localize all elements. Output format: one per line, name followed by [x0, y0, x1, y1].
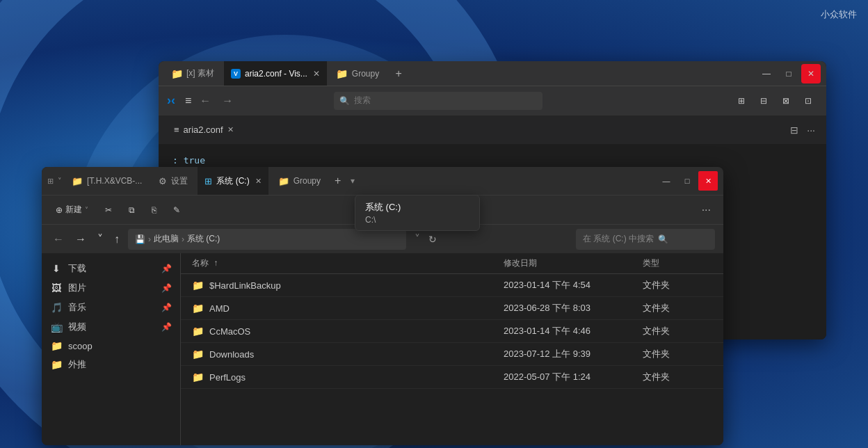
- nav-back-button[interactable]: ←: [197, 93, 214, 109]
- vscode-layout-2[interactable]: ⊟: [754, 91, 773, 111]
- nav-down-arrow[interactable]: ˅: [95, 231, 106, 247]
- vscode-tab-aria2-close[interactable]: ✕: [313, 69, 320, 79]
- split-editor-button[interactable]: ⊟: [787, 123, 801, 137]
- vscode-tab-groupy[interactable]: 📁 Groupy: [330, 61, 386, 86]
- exp-settings-icon: ⚙: [159, 176, 167, 186]
- vscode-maximize-button[interactable]: □: [779, 64, 798, 83]
- breadcrumb-computer[interactable]: 此电脑: [154, 233, 179, 245]
- exp-drive-icon: ⊞: [204, 176, 212, 186]
- vscode-layout-controls: ⊞ ⊟ ⊠ ⊡: [732, 91, 818, 111]
- file-row-amd[interactable]: 📁 AMD 2023-06-28 下午 8:03 文件夹: [181, 297, 723, 320]
- more-actions-button[interactable]: ···: [804, 123, 818, 137]
- explorer-search-bar[interactable]: 在 系统 (C:) 中搜索 🔍: [576, 229, 715, 250]
- explorer-window: ⊞ ˅ 📁 [T.H.X&VCB-... ⚙ 设置 ⊞ 系统 (C:) ✕ 📁 …: [42, 167, 723, 445]
- cut-button[interactable]: ✂: [99, 202, 118, 218]
- exp-close-button[interactable]: ✕: [698, 171, 718, 191]
- scoop-folder-icon: 📁: [50, 340, 63, 351]
- more-button[interactable]: ···: [698, 201, 715, 219]
- exp-tab-groupy-label: Groupy: [294, 176, 321, 186]
- vscode-icon: V: [231, 69, 241, 79]
- refresh-button[interactable]: ↻: [428, 234, 437, 245]
- folder-icon: 📁: [171, 68, 182, 79]
- breadcrumb-bar[interactable]: 💾 › 此电脑 › 系统 (C:): [128, 229, 406, 250]
- download-icon: ⬇: [50, 263, 63, 274]
- file-date-downloads: 2023-07-12 上午 9:39: [504, 348, 643, 360]
- vscode-tab-aria2[interactable]: V aria2.conf - Vis... ✕: [224, 61, 327, 86]
- explorer-body: ⬇ 下载 📌 🖼 图片 📌 🎵 音乐 📌 📺 视频 📌 📁 sc: [42, 253, 723, 445]
- pin-icon-downloads: 📌: [161, 264, 172, 273]
- breadcrumb-sep-2: ›: [182, 234, 184, 244]
- new-dropdown-icon: ˅: [85, 206, 88, 214]
- sidebar-scoop-label: scoop: [68, 341, 172, 351]
- search-bar-icon: 🔍: [658, 234, 668, 244]
- vscode-secondary-layout-icons: ⊟ ···: [787, 123, 818, 137]
- tab-tooltip-dropdown: 系统 (C:) C:\: [355, 195, 480, 231]
- exp-tab-system-label: 系统 (C:): [216, 175, 249, 187]
- file-name-perflogs: PerfLogs: [209, 372, 246, 383]
- breadcrumb-system[interactable]: 系统 (C:): [187, 233, 220, 245]
- sidebar-music-label: 音乐: [68, 301, 156, 314]
- vscode-search-bar[interactable]: 🔍 搜索: [334, 92, 542, 110]
- pin-icon-pictures: 📌: [161, 283, 172, 293]
- search-bar-text: 在 系统 (C:) 中搜索: [583, 233, 654, 245]
- new-icon: ⊕: [56, 205, 63, 215]
- nav-back-arrow[interactable]: ←: [50, 232, 67, 247]
- sidebar-item-waitu[interactable]: 📁 外推: [42, 355, 180, 374]
- copy-button[interactable]: ⧉: [123, 202, 140, 218]
- vscode-titlebar: 📁 [x] 素材 V aria2.conf - Vis... ✕ 📁 Group…: [159, 61, 826, 86]
- nav-up-arrow[interactable]: ↑: [111, 232, 122, 247]
- vscode-close-button[interactable]: ✕: [801, 64, 821, 83]
- new-button[interactable]: ⊕ 新建 ˅: [50, 201, 94, 218]
- file-row-hardlink[interactable]: 📁 $HardLinkBackup 2023-01-14 下午 4:54 文件夹: [181, 274, 723, 297]
- file-row-ccmacos[interactable]: 📁 CcMacOS 2023-01-14 下午 4:46 文件夹: [181, 320, 723, 343]
- breadcrumb-sep-1: ›: [148, 234, 151, 244]
- tooltip-subtitle: C:\: [365, 215, 469, 225]
- exp-minimize-button[interactable]: —: [657, 171, 676, 191]
- sidebar-item-pictures[interactable]: 🖼 图片 📌: [42, 278, 180, 298]
- file-tab-close-button[interactable]: ✕: [227, 125, 234, 134]
- nav-forward-button[interactable]: →: [219, 93, 236, 109]
- sidebar-item-scoop[interactable]: 📁 scoop: [42, 337, 180, 355]
- vscode-tab-material[interactable]: 📁 [x] 素材: [164, 61, 221, 86]
- nav-forward-arrow[interactable]: →: [72, 232, 89, 247]
- paste-button[interactable]: ⎘: [146, 202, 162, 218]
- exp-tab-system[interactable]: ⊞ 系统 (C:) ✕: [198, 167, 268, 195]
- file-name-cell-amd: 📁 AMD: [192, 303, 504, 314]
- exp-maximize-button[interactable]: □: [677, 171, 697, 191]
- exp-tab-settings[interactable]: ⚙ 设置: [152, 167, 195, 195]
- vscode-minimize-button[interactable]: —: [757, 64, 776, 83]
- pin-icon-videos: 📌: [161, 322, 172, 332]
- sidebar-pictures-label: 图片: [68, 282, 156, 294]
- rename-button[interactable]: ✎: [168, 202, 186, 218]
- sidebar-videos-label: 视频: [68, 321, 156, 333]
- sidebar-item-downloads[interactable]: ⬇ 下载 📌: [42, 259, 180, 278]
- exp-add-tab-button[interactable]: +: [330, 175, 345, 187]
- add-tab-button[interactable]: +: [389, 64, 408, 83]
- vscode-file-tab-aria2[interactable]: ≡ aria2.conf ✕: [167, 115, 241, 145]
- explorer-dropdown-icon[interactable]: ˅: [58, 177, 62, 186]
- vscode-logo-icon: ›‹: [167, 93, 175, 108]
- pictures-icon: 🖼: [50, 282, 63, 294]
- sidebar-item-music[interactable]: 🎵 音乐 📌: [42, 298, 180, 317]
- exp-add-dropdown[interactable]: ▾: [348, 176, 357, 186]
- sidebar-waitu-label: 外推: [68, 358, 172, 371]
- breadcrumb-dropdown[interactable]: ˅: [415, 232, 420, 246]
- vscode-win-controls: — □ ✕: [757, 64, 821, 83]
- exp-tab-groupy[interactable]: 📁 Groupy: [271, 167, 328, 195]
- rename-icon: ✎: [173, 205, 180, 215]
- file-name-downloads: Downloads: [209, 349, 254, 360]
- exp-tab-system-close[interactable]: ✕: [255, 177, 262, 186]
- file-row-downloads[interactable]: 📁 Downloads 2023-07-12 上午 9:39 文件夹: [181, 343, 723, 366]
- vscode-layout-1[interactable]: ⊞: [732, 91, 751, 111]
- vscode-layout-4[interactable]: ⊡: [798, 91, 818, 111]
- file-name-hardlink: $HardLinkBackup: [209, 280, 281, 291]
- file-name-cell-downloads: 📁 Downloads: [192, 349, 504, 360]
- file-tab-menu-icon: ≡: [174, 125, 179, 135]
- column-date: 修改日期: [504, 257, 643, 269]
- vscode-layout-3[interactable]: ⊠: [776, 91, 796, 111]
- file-name-cell-ccmacos: 📁 CcMacOS: [192, 326, 504, 337]
- exp-tab-material[interactable]: 📁 [T.H.X&VCB-...: [65, 167, 149, 195]
- sidebar-item-videos[interactable]: 📺 视频 📌: [42, 317, 180, 337]
- file-row-perflogs[interactable]: 📁 PerfLogs 2022-05-07 下午 1:24 文件夹: [181, 366, 723, 389]
- hamburger-menu-icon[interactable]: ≡: [185, 95, 191, 107]
